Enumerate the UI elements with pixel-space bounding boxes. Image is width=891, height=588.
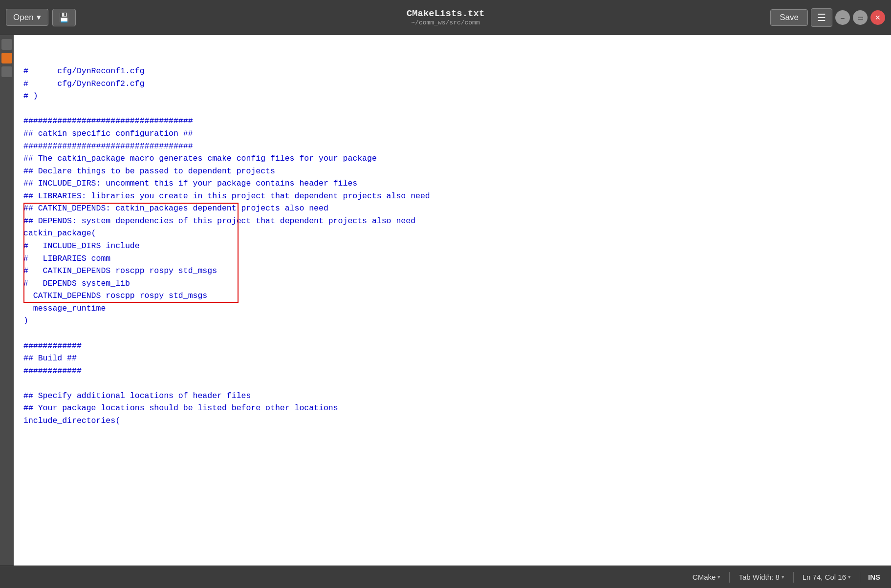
code-line: ## DEPENDS: system dependencies of this … — [23, 215, 881, 228]
titlebar: Open ▾ 💾 CMakeLists.txt ~/comm_ws/src/co… — [0, 0, 891, 35]
titlebar-left: Open ▾ 💾 — [6, 9, 76, 26]
open-button[interactable]: Open ▾ — [6, 9, 48, 26]
save-button[interactable]: Save — [770, 9, 808, 26]
close-button[interactable]: ✕ — [870, 10, 885, 25]
hamburger-icon: ☰ — [817, 12, 826, 23]
cursor-position[interactable]: Ln 74, Col 16 ▾ — [799, 572, 855, 582]
code-line: ############ — [23, 365, 881, 378]
statusbar: CMake ▾ Tab Width: 8 ▾ Ln 74, Col 16 ▾ I… — [0, 566, 891, 588]
code-line: # cfg/DynReconf1.cfg — [23, 65, 881, 78]
statusbar-divider-1 — [729, 572, 730, 583]
code-line: ## The catkin_package macro generates cm… — [23, 152, 881, 165]
sidebar-icon-1 — [1, 39, 12, 50]
maximize-button[interactable]: ▭ — [853, 10, 868, 25]
tab-width-label: Tab Width: 8 — [739, 573, 779, 581]
app-sidebar — [0, 35, 14, 566]
tab-width-chevron-icon: ▾ — [782, 574, 784, 580]
editor-content: # cfg/DynReconf1.cfg# cfg/DynReconf2.cfg… — [14, 35, 891, 432]
code-line: ## Specify additional locations of heade… — [23, 390, 881, 402]
position-label: Ln 74, Col 16 — [803, 573, 846, 581]
open-label: Open — [13, 13, 34, 22]
editor-area[interactable]: # cfg/DynReconf1.cfg# cfg/DynReconf2.cfg… — [14, 35, 891, 566]
code-line — [23, 327, 881, 340]
code-line: ## INCLUDE_DIRS: uncomment this if your … — [23, 177, 881, 190]
language-label: CMake — [693, 573, 716, 581]
sidebar-icon-2 — [1, 53, 12, 63]
code-line — [23, 103, 881, 115]
code-line: ## catkin specific configuration ## — [23, 127, 881, 140]
code-line: ################################### — [23, 140, 881, 153]
tab-width-selector[interactable]: Tab Width: 8 ▾ — [735, 572, 788, 582]
code-line: # DEPENDS system_lib — [23, 277, 881, 290]
open-chevron-icon: ▾ — [37, 12, 41, 22]
code-line: ############ — [23, 340, 881, 353]
code-line: catkin_package( — [23, 227, 881, 240]
statusbar-divider-3 — [860, 572, 860, 583]
minimize-button[interactable]: – — [835, 10, 850, 25]
statusbar-divider-2 — [793, 572, 794, 583]
menu-button[interactable]: ☰ — [811, 8, 832, 27]
filepath-label: ~/comm_ws/src/comm — [407, 19, 485, 26]
code-line: # INCLUDE_DIRS include — [23, 240, 881, 252]
code-line: ## Your package locations should be list… — [23, 402, 881, 415]
code-line: ## LIBRARIES: libraries you create in th… — [23, 190, 881, 203]
code-line: ################################### — [23, 115, 881, 127]
code-line: ## Declare things to be passed to depend… — [23, 165, 881, 178]
language-chevron-icon: ▾ — [717, 574, 720, 580]
titlebar-center: CMakeLists.txt ~/comm_ws/src/comm — [407, 8, 485, 26]
filename-label: CMakeLists.txt — [407, 8, 485, 19]
language-selector[interactable]: CMake ▾ — [689, 572, 725, 582]
sidebar-icon-3 — [1, 66, 12, 77]
position-chevron-icon: ▾ — [848, 574, 851, 580]
titlebar-right: Save ☰ – ▭ ✕ — [770, 8, 885, 27]
save-file-icon: 💾 — [59, 13, 69, 22]
code-line: ## Build ## — [23, 352, 881, 365]
code-line: include_directories( — [23, 415, 881, 427]
code-line: message_runtime — [23, 302, 881, 315]
save-icon-button[interactable]: 💾 — [52, 9, 76, 26]
code-line: ## CATKIN_DEPENDS: catkin_packages depen… — [23, 202, 881, 215]
code-line: ) — [23, 315, 881, 327]
code-line: # LIBRARIES comm — [23, 252, 881, 265]
code-line — [23, 377, 881, 390]
code-line: CATKIN_DEPENDS roscpp rospy std_msgs — [23, 290, 881, 302]
code-line: # ) — [23, 90, 881, 103]
code-line: # CATKIN_DEPENDS roscpp rospy std_msgs — [23, 265, 881, 277]
code-line: # cfg/DynReconf2.cfg — [23, 78, 881, 90]
insert-mode-badge: INS — [865, 572, 883, 582]
